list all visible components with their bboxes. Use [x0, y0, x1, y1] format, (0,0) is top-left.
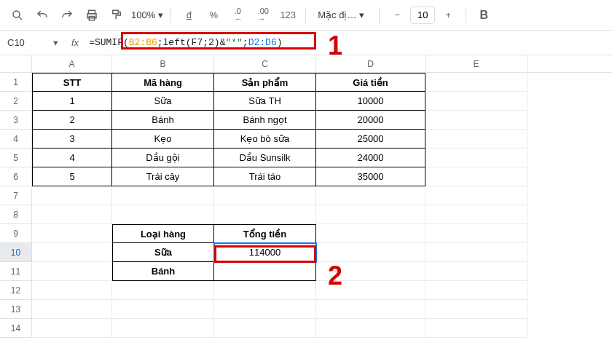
cell-E14[interactable]: [425, 319, 527, 338]
cell-E9[interactable]: [425, 224, 527, 243]
decrease-decimal-icon[interactable]: .0←: [228, 5, 248, 25]
cell-B3[interactable]: Bánh: [112, 111, 214, 130]
cell-C5[interactable]: Dầu Sunsilk: [214, 149, 316, 167]
cell-D8[interactable]: [316, 205, 425, 224]
cell-D3[interactable]: 20000: [316, 111, 425, 130]
col-header-D[interactable]: D: [316, 55, 425, 72]
cell-A9[interactable]: [32, 224, 112, 243]
currency-icon[interactable]: đ: [178, 5, 199, 25]
cell-E10[interactable]: [425, 243, 527, 262]
cell-B10[interactable]: Sữa: [112, 243, 214, 262]
cell-B9[interactable]: Loại hàng: [112, 224, 214, 243]
cell-C3[interactable]: Bánh ngọt: [214, 111, 316, 130]
cell-D2[interactable]: 10000: [316, 92, 425, 111]
cell-E5[interactable]: [425, 149, 527, 167]
cell-C8[interactable]: [214, 205, 316, 224]
cell-A11[interactable]: [32, 262, 112, 281]
cell-B2[interactable]: Sữa: [112, 92, 214, 111]
cell-A7[interactable]: [32, 186, 112, 205]
cell-D1[interactable]: Giá tiền: [316, 73, 425, 92]
zoom-select[interactable]: 100%▾: [131, 9, 163, 20]
cell-B6[interactable]: Trái cây: [112, 167, 214, 186]
name-box[interactable]: C10 ▾: [0, 31, 66, 55]
cell-D4[interactable]: 25000: [316, 130, 425, 149]
cell-E13[interactable]: [425, 300, 527, 319]
cell-A2[interactable]: 1: [32, 92, 112, 111]
cell-B12[interactable]: [112, 281, 214, 300]
search-icon[interactable]: [7, 5, 28, 25]
cell-B4[interactable]: Kẹo: [112, 130, 214, 149]
cell-C13[interactable]: [214, 300, 316, 319]
col-header-B[interactable]: B: [112, 55, 214, 72]
cell-A4[interactable]: 3: [32, 130, 112, 149]
row-header-10[interactable]: 10: [0, 243, 32, 262]
select-all-corner[interactable]: [0, 55, 32, 72]
cell-B11[interactable]: Bánh: [112, 262, 214, 281]
increase-font-icon[interactable]: +: [438, 5, 458, 25]
cell-D7[interactable]: [316, 186, 425, 205]
cell-B13[interactable]: [112, 300, 214, 319]
cell-B8[interactable]: [112, 205, 214, 224]
cell-A1[interactable]: STT: [32, 73, 112, 92]
cell-D9[interactable]: [316, 224, 425, 243]
col-header-E[interactable]: E: [425, 55, 527, 72]
cell-E1[interactable]: [425, 73, 527, 92]
cell-B5[interactable]: Dầu gội: [112, 149, 214, 167]
cell-D14[interactable]: [316, 319, 425, 338]
bold-icon[interactable]: B: [474, 5, 494, 25]
print-icon[interactable]: [82, 5, 102, 25]
cell-B14[interactable]: [112, 319, 214, 338]
font-size-input[interactable]: [410, 7, 435, 24]
cell-D13[interactable]: [316, 300, 425, 319]
cell-A14[interactable]: [32, 319, 112, 338]
cell-A13[interactable]: [32, 300, 112, 319]
row-header-4[interactable]: 4: [0, 130, 32, 149]
cell-C4[interactable]: Kẹo bò sữa: [214, 130, 316, 149]
cell-A8[interactable]: [32, 205, 112, 224]
row-header-5[interactable]: 5: [0, 149, 32, 167]
formula-bar[interactable]: =SUMIF(B2:B6;left(F7;2)&"*";D2:D6): [85, 31, 612, 55]
cell-D6[interactable]: 35000: [316, 167, 425, 186]
decrease-font-icon[interactable]: −: [387, 5, 407, 25]
row-header-14[interactable]: 14: [0, 319, 32, 338]
cell-A6[interactable]: 5: [32, 167, 112, 186]
cell-B1[interactable]: Mã hàng: [112, 73, 214, 92]
font-select[interactable]: Mặc đị…▾: [313, 9, 372, 20]
cell-B7[interactable]: [112, 186, 214, 205]
cell-C11[interactable]: [214, 262, 316, 281]
cell-D11[interactable]: [316, 262, 425, 281]
cell-C14[interactable]: [214, 319, 316, 338]
cell-D5[interactable]: 24000: [316, 149, 425, 167]
cell-C2[interactable]: Sữa TH: [214, 92, 316, 111]
row-header-7[interactable]: 7: [0, 186, 32, 205]
cell-E4[interactable]: [425, 130, 527, 149]
col-header-C[interactable]: C: [214, 55, 316, 72]
cell-E11[interactable]: [425, 262, 527, 281]
cell-A5[interactable]: 4: [32, 149, 112, 167]
more-formats-icon[interactable]: 123: [278, 5, 298, 25]
cell-E12[interactable]: [425, 281, 527, 300]
row-header-12[interactable]: 12: [0, 281, 32, 300]
cell-A3[interactable]: 2: [32, 111, 112, 130]
cell-E6[interactable]: [425, 167, 527, 186]
row-header-9[interactable]: 9: [0, 224, 32, 243]
increase-decimal-icon[interactable]: .00→: [253, 5, 273, 25]
cell-D10[interactable]: [316, 243, 425, 262]
row-header-6[interactable]: 6: [0, 167, 32, 186]
row-header-13[interactable]: 13: [0, 300, 32, 319]
cell-C10[interactable]: 114000: [214, 243, 316, 262]
cell-C12[interactable]: [214, 281, 316, 300]
row-header-3[interactable]: 3: [0, 111, 32, 130]
row-header-2[interactable]: 2: [0, 92, 32, 111]
row-header-1[interactable]: 1: [0, 73, 32, 92]
undo-icon[interactable]: [32, 5, 52, 25]
cell-C6[interactable]: Trái táo: [214, 167, 316, 186]
cell-E3[interactable]: [425, 111, 527, 130]
percent-icon[interactable]: %: [203, 5, 224, 25]
cell-C9[interactable]: Tổng tiền: [214, 224, 316, 243]
col-header-A[interactable]: A: [32, 55, 112, 72]
cell-E8[interactable]: [425, 205, 527, 224]
cell-E7[interactable]: [425, 186, 527, 205]
row-header-8[interactable]: 8: [0, 205, 32, 224]
cell-A10[interactable]: [32, 243, 112, 262]
